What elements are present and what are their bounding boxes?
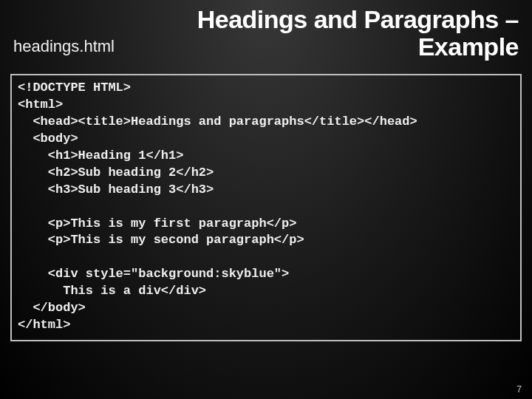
slide: Headings and Paragraphs – Example headin…: [0, 0, 532, 399]
code-line: <h1>Heading 1</h1>: [18, 149, 183, 163]
code-line: <body>: [18, 132, 78, 146]
filename-label: headings.html: [13, 37, 115, 56]
code-line: </html>: [18, 318, 70, 332]
code-line: <head><title>Headings and paragraphs</ti…: [18, 115, 417, 129]
code-line: </body>: [18, 301, 86, 315]
code-line: <div style="background:skyblue">: [18, 267, 289, 281]
code-line: <p>This is my first paragraph</p>: [18, 216, 296, 231]
code-line: <p>This is my second paragraph</p>: [18, 233, 304, 247]
code-line: <!DOCTYPE HTML>: [18, 81, 131, 95]
code-box: <!DOCTYPE HTML> <html> <head><title>Head…: [10, 74, 522, 341]
code-line: <h3>Sub heading 3</h3>: [18, 183, 214, 197]
code-line: This is a div</div>: [18, 284, 206, 298]
title-line-2: Example: [418, 33, 519, 61]
title-line-1: Headings and Paragraphs –: [197, 5, 519, 33]
page-number: 7: [516, 384, 522, 395]
code-line: <html>: [18, 98, 63, 112]
code-line: <h2>Sub heading 2</h2>: [18, 166, 214, 180]
code-block: <!DOCTYPE HTML> <html> <head><title>Head…: [18, 80, 514, 334]
